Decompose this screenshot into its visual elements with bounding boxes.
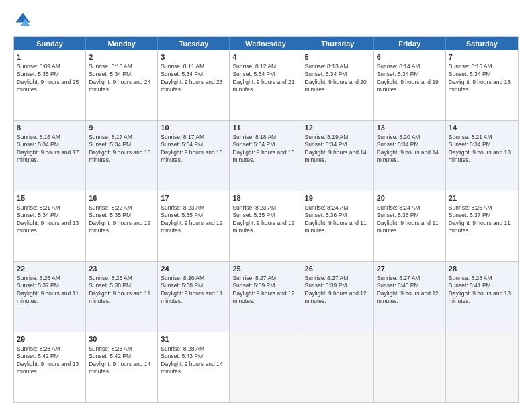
sunrise: Sunrise: 8:18 AM	[232, 134, 276, 140]
day-number: 20	[377, 193, 443, 203]
header-day-wednesday: Wednesday	[230, 37, 302, 50]
header-day-thursday: Thursday	[302, 37, 374, 50]
sunrise: Sunrise: 8:17 AM	[89, 134, 132, 140]
day-cell-2: 2Sunrise: 8:10 AMSunset: 5:34 PMDaylight…	[86, 50, 158, 120]
sunrise: Sunrise: 8:20 AM	[377, 134, 420, 140]
sunset: Sunset: 5:34 PM	[89, 71, 131, 77]
sunrise: Sunrise: 8:19 AM	[305, 134, 349, 140]
day-cell-27: 27Sunrise: 8:27 AMSunset: 5:40 PMDayligh…	[374, 262, 446, 332]
daylight: Daylight: 9 hours and 17 minutes.	[17, 149, 79, 163]
page: SundayMondayTuesdayWednesdayThursdayFrid…	[0, 0, 532, 411]
daylight: Daylight: 9 hours and 12 minutes.	[305, 290, 367, 304]
day-number: 5	[305, 52, 371, 62]
day-cell-18: 18Sunrise: 8:23 AMSunset: 5:35 PMDayligh…	[230, 191, 302, 261]
empty-cell	[302, 332, 374, 402]
sunset: Sunset: 5:35 PM	[17, 71, 59, 77]
day-number: 9	[89, 123, 154, 133]
calendar-body: 1Sunrise: 8:09 AMSunset: 5:35 PMDaylight…	[14, 50, 518, 402]
header	[13, 11, 519, 30]
sunset: Sunset: 5:34 PM	[232, 71, 275, 77]
day-number: 29	[17, 334, 83, 345]
day-cell-11: 11Sunrise: 8:18 AMSunset: 5:34 PMDayligh…	[230, 121, 302, 191]
sunset: Sunset: 5:34 PM	[89, 141, 131, 148]
daylight: Daylight: 9 hours and 13 minutes.	[17, 361, 79, 375]
daylight: Daylight: 9 hours and 14 minutes.	[89, 361, 150, 375]
day-number: 14	[449, 123, 515, 133]
sunset: Sunset: 5:34 PM	[305, 71, 347, 77]
daylight: Daylight: 9 hours and 14 minutes.	[305, 149, 367, 163]
day-cell-12: 12Sunrise: 8:19 AMSunset: 5:34 PMDayligh…	[302, 121, 374, 191]
day-number: 10	[161, 123, 226, 133]
day-cell-7: 7Sunrise: 8:15 AMSunset: 5:34 PMDaylight…	[446, 50, 518, 120]
sunset: Sunset: 5:34 PM	[161, 71, 203, 77]
day-number: 16	[89, 193, 154, 203]
header-day-saturday: Saturday	[446, 37, 518, 50]
sunset: Sunset: 5:34 PM	[377, 141, 419, 148]
sunset: Sunset: 5:34 PM	[161, 141, 203, 148]
day-number: 13	[377, 123, 443, 133]
sunrise: Sunrise: 8:11 AM	[161, 63, 204, 70]
day-cell-29: 29Sunrise: 8:28 AMSunset: 5:42 PMDayligh…	[14, 332, 86, 402]
daylight: Daylight: 9 hours and 20 minutes.	[305, 79, 367, 93]
sunrise: Sunrise: 8:24 AM	[305, 204, 349, 211]
day-number: 23	[89, 264, 154, 274]
day-cell-5: 5Sunrise: 8:13 AMSunset: 5:34 PMDaylight…	[302, 50, 374, 120]
sunset: Sunset: 5:38 PM	[161, 282, 203, 289]
sunset: Sunset: 5:40 PM	[377, 282, 419, 289]
daylight: Daylight: 9 hours and 11 minutes.	[89, 290, 150, 304]
day-number: 21	[449, 193, 515, 203]
sunset: Sunset: 5:37 PM	[17, 282, 59, 289]
sunrise: Sunrise: 8:12 AM	[232, 63, 276, 70]
daylight: Daylight: 9 hours and 12 minutes.	[232, 220, 294, 234]
sunrise: Sunrise: 8:27 AM	[377, 275, 420, 281]
day-number: 11	[232, 123, 298, 133]
day-cell-26: 26Sunrise: 8:27 AMSunset: 5:39 PMDayligh…	[302, 262, 374, 332]
day-number: 7	[449, 52, 515, 62]
sunrise: Sunrise: 8:25 AM	[17, 275, 60, 281]
day-cell-3: 3Sunrise: 8:11 AMSunset: 5:34 PMDaylight…	[158, 50, 230, 120]
sunset: Sunset: 5:34 PM	[17, 141, 59, 148]
header-day-sunday: Sunday	[14, 37, 86, 50]
sunrise: Sunrise: 8:24 AM	[377, 204, 420, 211]
daylight: Daylight: 9 hours and 16 minutes.	[89, 149, 150, 163]
calendar-header: SundayMondayTuesdayWednesdayThursdayFrid…	[14, 37, 518, 50]
sunset: Sunset: 5:34 PM	[449, 71, 491, 77]
sunset: Sunset: 5:34 PM	[17, 212, 59, 218]
daylight: Daylight: 9 hours and 14 minutes.	[161, 361, 222, 375]
day-number: 3	[161, 52, 226, 62]
sunrise: Sunrise: 8:26 AM	[161, 275, 204, 281]
daylight: Daylight: 9 hours and 11 minutes.	[449, 220, 511, 234]
day-cell-17: 17Sunrise: 8:23 AMSunset: 5:35 PMDayligh…	[158, 191, 230, 261]
daylight: Daylight: 9 hours and 11 minutes.	[305, 220, 367, 234]
sunset: Sunset: 5:34 PM	[232, 141, 275, 148]
sunset: Sunset: 5:39 PM	[232, 282, 275, 289]
day-number: 19	[305, 193, 371, 203]
daylight: Daylight: 9 hours and 12 minutes.	[377, 290, 439, 304]
sunset: Sunset: 5:37 PM	[449, 212, 491, 218]
header-day-friday: Friday	[374, 37, 446, 50]
calendar-week-2: 8Sunrise: 8:16 AMSunset: 5:34 PMDaylight…	[14, 120, 518, 191]
sunset: Sunset: 5:34 PM	[305, 141, 347, 148]
day-cell-24: 24Sunrise: 8:26 AMSunset: 5:38 PMDayligh…	[158, 262, 230, 332]
sunrise: Sunrise: 8:22 AM	[89, 204, 132, 211]
day-cell-4: 4Sunrise: 8:12 AMSunset: 5:34 PMDaylight…	[230, 50, 302, 120]
daylight: Daylight: 9 hours and 19 minutes.	[377, 79, 439, 93]
sunrise: Sunrise: 8:28 AM	[449, 275, 492, 281]
daylight: Daylight: 9 hours and 12 minutes.	[89, 220, 150, 234]
logo-icon	[13, 11, 32, 30]
day-number: 22	[17, 264, 83, 274]
day-cell-1: 1Sunrise: 8:09 AMSunset: 5:35 PMDaylight…	[14, 50, 86, 120]
day-number: 30	[89, 334, 154, 345]
day-cell-8: 8Sunrise: 8:16 AMSunset: 5:34 PMDaylight…	[14, 121, 86, 191]
daylight: Daylight: 9 hours and 23 minutes.	[161, 79, 222, 93]
sunrise: Sunrise: 8:27 AM	[232, 275, 276, 281]
sunset: Sunset: 5:35 PM	[232, 212, 275, 218]
sunset: Sunset: 5:35 PM	[161, 212, 203, 218]
day-number: 1	[17, 52, 83, 62]
sunset: Sunset: 5:38 PM	[89, 282, 131, 289]
day-cell-21: 21Sunrise: 8:25 AMSunset: 5:37 PMDayligh…	[446, 191, 518, 261]
daylight: Daylight: 9 hours and 18 minutes.	[449, 79, 511, 93]
sunset: Sunset: 5:35 PM	[89, 212, 131, 218]
sunset: Sunset: 5:42 PM	[17, 353, 59, 359]
daylight: Daylight: 9 hours and 12 minutes.	[161, 220, 222, 234]
